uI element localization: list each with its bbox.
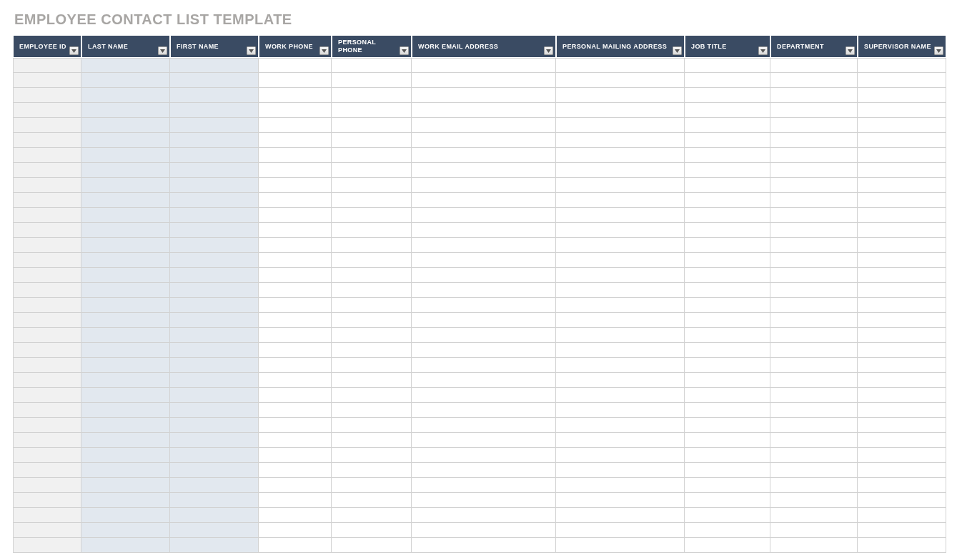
table-cell[interactable]	[332, 223, 412, 238]
table-cell[interactable]	[556, 88, 685, 103]
table-cell[interactable]	[81, 418, 170, 433]
table-cell[interactable]	[259, 73, 332, 88]
table-cell[interactable]	[259, 223, 332, 238]
table-cell[interactable]	[770, 193, 858, 208]
table-cell[interactable]	[858, 178, 946, 193]
table-cell[interactable]	[858, 118, 946, 133]
table-cell[interactable]	[412, 238, 556, 253]
table-cell[interactable]	[770, 268, 858, 283]
table-cell[interactable]	[13, 73, 81, 88]
table-cell[interactable]	[858, 418, 946, 433]
table-cell[interactable]	[13, 193, 81, 208]
table-cell[interactable]	[685, 508, 770, 523]
table-cell[interactable]	[259, 463, 332, 478]
table-cell[interactable]	[770, 163, 858, 178]
table-cell[interactable]	[259, 118, 332, 133]
table-cell[interactable]	[259, 313, 332, 328]
table-cell[interactable]	[556, 358, 685, 373]
table-cell[interactable]	[770, 328, 858, 343]
table-cell[interactable]	[858, 238, 946, 253]
table-cell[interactable]	[685, 193, 770, 208]
table-cell[interactable]	[332, 403, 412, 418]
table-cell[interactable]	[685, 58, 770, 73]
table-cell[interactable]	[556, 328, 685, 343]
table-cell[interactable]	[412, 223, 556, 238]
table-cell[interactable]	[858, 103, 946, 118]
table-cell[interactable]	[81, 523, 170, 538]
table-cell[interactable]	[13, 148, 81, 163]
table-cell[interactable]	[858, 223, 946, 238]
table-cell[interactable]	[13, 433, 81, 448]
table-cell[interactable]	[412, 283, 556, 298]
table-cell[interactable]	[13, 538, 81, 553]
table-cell[interactable]	[13, 253, 81, 268]
table-cell[interactable]	[13, 268, 81, 283]
table-cell[interactable]	[332, 328, 412, 343]
table-cell[interactable]	[81, 268, 170, 283]
table-cell[interactable]	[858, 373, 946, 388]
table-cell[interactable]	[412, 178, 556, 193]
table-cell[interactable]	[81, 328, 170, 343]
table-cell[interactable]	[13, 448, 81, 463]
table-cell[interactable]	[770, 523, 858, 538]
table-cell[interactable]	[259, 148, 332, 163]
table-cell[interactable]	[332, 343, 412, 358]
table-cell[interactable]	[685, 418, 770, 433]
col-header-department[interactable]: DEPARTMENT	[770, 35, 858, 58]
table-cell[interactable]	[858, 463, 946, 478]
table-cell[interactable]	[332, 478, 412, 493]
table-cell[interactable]	[259, 508, 332, 523]
table-cell[interactable]	[259, 418, 332, 433]
table-cell[interactable]	[770, 418, 858, 433]
table-cell[interactable]	[412, 463, 556, 478]
table-cell[interactable]	[259, 268, 332, 283]
filter-dropdown-icon[interactable]	[544, 46, 553, 55]
table-cell[interactable]	[770, 58, 858, 73]
table-cell[interactable]	[13, 493, 81, 508]
table-cell[interactable]	[13, 133, 81, 148]
table-cell[interactable]	[170, 163, 259, 178]
table-cell[interactable]	[770, 73, 858, 88]
table-cell[interactable]	[332, 268, 412, 283]
table-cell[interactable]	[13, 508, 81, 523]
table-cell[interactable]	[412, 208, 556, 223]
table-cell[interactable]	[332, 73, 412, 88]
table-cell[interactable]	[685, 178, 770, 193]
table-cell[interactable]	[332, 418, 412, 433]
table-cell[interactable]	[770, 148, 858, 163]
table-cell[interactable]	[556, 538, 685, 553]
table-cell[interactable]	[81, 373, 170, 388]
table-cell[interactable]	[770, 238, 858, 253]
table-cell[interactable]	[556, 268, 685, 283]
table-cell[interactable]	[412, 58, 556, 73]
table-cell[interactable]	[556, 283, 685, 298]
table-cell[interactable]	[685, 283, 770, 298]
table-cell[interactable]	[13, 178, 81, 193]
table-cell[interactable]	[170, 223, 259, 238]
table-cell[interactable]	[259, 478, 332, 493]
table-cell[interactable]	[412, 313, 556, 328]
table-cell[interactable]	[13, 328, 81, 343]
table-cell[interactable]	[770, 103, 858, 118]
table-cell[interactable]	[412, 478, 556, 493]
table-cell[interactable]	[170, 253, 259, 268]
filter-dropdown-icon[interactable]	[846, 46, 855, 55]
table-cell[interactable]	[81, 148, 170, 163]
table-cell[interactable]	[13, 403, 81, 418]
table-cell[interactable]	[81, 163, 170, 178]
table-cell[interactable]	[170, 208, 259, 223]
table-cell[interactable]	[81, 358, 170, 373]
table-cell[interactable]	[81, 493, 170, 508]
table-cell[interactable]	[332, 193, 412, 208]
table-cell[interactable]	[170, 313, 259, 328]
col-header-employee-id[interactable]: EMPLOYEE ID	[13, 35, 81, 58]
table-cell[interactable]	[332, 178, 412, 193]
table-cell[interactable]	[13, 298, 81, 313]
table-cell[interactable]	[332, 133, 412, 148]
table-cell[interactable]	[170, 148, 259, 163]
table-cell[interactable]	[259, 493, 332, 508]
table-cell[interactable]	[858, 403, 946, 418]
table-cell[interactable]	[332, 523, 412, 538]
table-cell[interactable]	[770, 133, 858, 148]
filter-dropdown-icon[interactable]	[319, 46, 329, 55]
